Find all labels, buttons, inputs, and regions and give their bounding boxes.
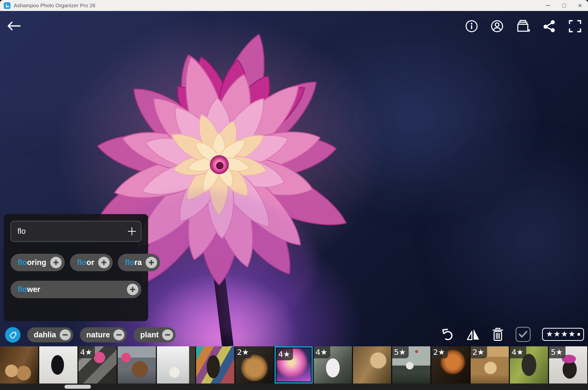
photo-viewer: flooringfloorflora flower dahlianaturepl… (0, 11, 588, 346)
tag-suggestion-flooring[interactable]: flooring (10, 254, 65, 271)
filmstrip-thumbnail-dahlia-flower[interactable]: 4★ (275, 346, 313, 384)
thumbnail-rating-badge: 4★ (510, 346, 526, 358)
black-dog-snow-photo (39, 346, 77, 384)
thumbnail-rating-badge: 2★ (235, 346, 252, 358)
flip-horizontal-icon (466, 328, 480, 341)
window-title: Ashampoo Photo Organizer Pro 26 (14, 2, 95, 8)
thumbnail-rating-badge: 4★ (314, 346, 330, 358)
tag-suggestion-label: flora (125, 258, 142, 267)
plus-icon (127, 226, 137, 236)
viewer-toolbar (465, 19, 582, 33)
plus-circle-icon[interactable] (98, 257, 110, 268)
minimize-icon (546, 5, 550, 6)
goats-in-barn-photo (0, 346, 38, 384)
snowy-cat-photo (157, 346, 195, 384)
account-icon (491, 20, 504, 33)
tag-search-input[interactable] (10, 221, 141, 242)
thumbnail-rating-badge: 5★ (549, 346, 566, 358)
photo-actions: ★★★★ (441, 327, 584, 342)
thumbnail-rating-badge: 4★ (78, 346, 95, 358)
filmstrip-scrollbar-thumb[interactable] (64, 385, 91, 389)
tag-suggestion-floor[interactable]: floor (70, 254, 113, 271)
plus-circle-icon[interactable] (146, 257, 157, 268)
flip-horizontal-button[interactable] (466, 328, 480, 341)
window-controls: ✕ (540, 0, 588, 11)
back-arrow-icon (6, 20, 21, 31)
titlebar: Ashampoo Photo Organizer Pro 26 ✕ (0, 0, 588, 11)
add-tag-button[interactable] (127, 226, 137, 236)
delete-button[interactable] (492, 327, 504, 341)
filmstrip-thumbnail-snowy-cat[interactable] (157, 346, 195, 384)
add-to-album-button[interactable] (516, 19, 530, 33)
dog-graffiti-photo (196, 346, 234, 384)
star-rating[interactable]: ★★★★ (542, 328, 584, 341)
checkmark-icon (519, 331, 528, 338)
filmstrip-thumbnail-black-dog-snow[interactable] (39, 346, 77, 384)
delete-icon (492, 327, 504, 341)
current-tag-label: nature (86, 330, 110, 339)
tag-editor-panel: flooringfloorflora flower (4, 214, 148, 321)
minus-circle-icon[interactable] (162, 329, 173, 340)
filmstrip: 4★2★4★4★5★2★2★4★5★ (0, 346, 588, 384)
rotate-left-icon (441, 327, 455, 341)
fullscreen-icon (569, 20, 582, 33)
info-icon (465, 20, 478, 33)
current-tag-label: dahlia (34, 330, 56, 339)
close-button[interactable]: ✕ (572, 0, 588, 11)
filmstrip-thumbnail-dog-ski-goggles[interactable]: 5★ (549, 346, 587, 384)
filmstrip-thumbnail-goats-in-barn[interactable] (0, 346, 38, 384)
tag-suggestion-label: flooring (17, 258, 46, 267)
current-tag-nature[interactable]: nature (80, 327, 127, 342)
account-button[interactable] (491, 20, 504, 33)
tag-suggestion-flower[interactable]: flower (10, 281, 141, 298)
app-icon (4, 2, 10, 9)
plus-circle-icon[interactable] (50, 257, 62, 268)
current-tags-row: dahlianatureplant (5, 327, 176, 343)
back-button[interactable] (6, 20, 21, 31)
app-window: Ashampoo Photo Organizer Pro 26 ✕ (0, 0, 588, 390)
minus-circle-icon[interactable] (113, 329, 124, 340)
tag-suggestion-label: floor (77, 258, 94, 267)
tag-icon (8, 330, 17, 340)
filmstrip-thumbnail-dog-sepia-field[interactable]: 2★ (471, 346, 509, 384)
tags-toggle-button[interactable] (5, 327, 20, 343)
add-to-album-icon (516, 19, 530, 33)
share-button[interactable] (543, 20, 556, 33)
maximize-icon (562, 4, 566, 7)
tag-suggestions-row: flower (10, 281, 141, 298)
tag-suggestion-label: flower (17, 285, 40, 294)
filmstrip-thumbnail-white-cat[interactable]: 4★ (314, 346, 352, 384)
filmstrip-thumbnail-golden-retriever[interactable]: 2★ (235, 346, 274, 384)
filmstrip-thumbnail-girl-with-balloons[interactable]: 5★ (392, 346, 430, 384)
filmstrip-thumbnail-fox[interactable]: 2★ (431, 346, 470, 384)
filmstrip-thumbnail-shaggy-dog[interactable]: 4★ (510, 346, 548, 384)
rotate-left-button[interactable] (441, 327, 455, 341)
spaniel-in-forest-photo (353, 346, 391, 384)
maximize-button[interactable] (556, 0, 572, 11)
filmstrip-thumbnail-dog-graffiti[interactable] (196, 346, 234, 384)
thumbnail-rating-badge: 2★ (471, 346, 487, 358)
select-photo-checkbox[interactable] (516, 327, 531, 342)
tag-suggestions-row: flooringfloorflora (10, 254, 141, 271)
current-tag-label: plant (140, 330, 159, 339)
plus-circle-icon[interactable] (127, 284, 138, 295)
tag-suggestion-flora[interactable]: flora (118, 254, 160, 271)
filmstrip-thumbnail-dog-newspaper-wall[interactable]: 4★ (78, 346, 117, 384)
filmstrip-scrollbar-track[interactable] (0, 384, 588, 390)
share-icon (543, 20, 556, 33)
thumbnail-rating-badge: 2★ (431, 346, 448, 358)
empty-star-dot (578, 333, 580, 336)
close-icon: ✕ (578, 3, 582, 8)
thumbnail-rating-badge: 4★ (277, 348, 293, 360)
dog-pink-ribbon-photo (118, 346, 156, 384)
info-button[interactable] (465, 20, 478, 33)
current-tag-plant[interactable]: plant (134, 327, 176, 342)
filled-stars: ★★★★ (546, 330, 576, 339)
minimize-button[interactable] (540, 0, 556, 11)
filmstrip-thumbnail-spaniel-in-forest[interactable] (353, 346, 391, 384)
filmstrip-thumbnail-dog-pink-ribbon[interactable] (118, 346, 156, 384)
current-tag-dahlia[interactable]: dahlia (27, 327, 73, 342)
fullscreen-button[interactable] (569, 20, 582, 33)
minus-circle-icon[interactable] (60, 329, 71, 340)
thumbnail-rating-badge: 5★ (392, 346, 409, 358)
